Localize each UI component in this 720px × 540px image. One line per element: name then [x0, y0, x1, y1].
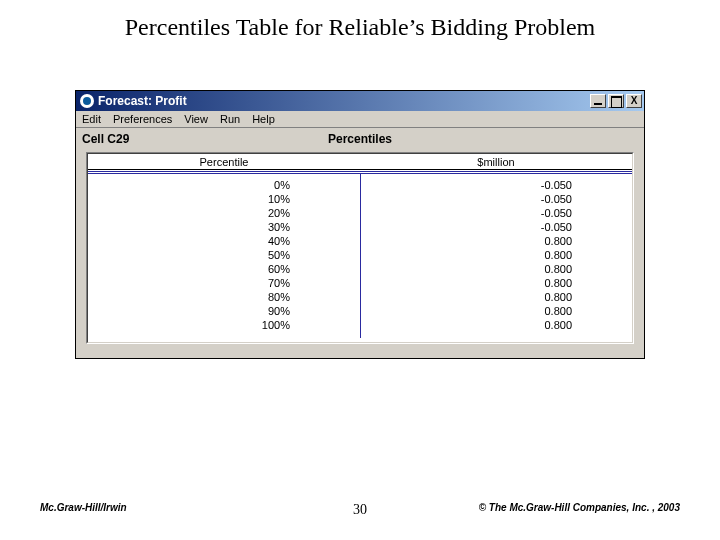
column-header-percentile: Percentile	[88, 156, 360, 168]
cell-value: -0.050	[360, 192, 632, 206]
table-header: Percentile $million	[88, 154, 632, 170]
window-title: Forecast: Profit	[98, 94, 590, 108]
table-title: Percentiles	[182, 132, 638, 146]
percentiles-table: Percentile $million 0%-0.05010%-0.05020%…	[86, 152, 634, 344]
cell-percentile: 10%	[88, 192, 360, 206]
cell-percentile: 90%	[88, 304, 360, 318]
footer-publisher: Mc.Graw-Hill/Irwin	[40, 502, 127, 513]
cell-percentile: 80%	[88, 290, 360, 304]
menu-edit[interactable]: Edit	[82, 113, 101, 125]
cell-percentile: 0%	[88, 178, 360, 192]
cell-value: 0.800	[360, 318, 632, 332]
cell-value: -0.050	[360, 178, 632, 192]
menubar: Edit Preferences View Run Help	[76, 111, 644, 128]
menu-help[interactable]: Help	[252, 113, 275, 125]
menu-view[interactable]: View	[184, 113, 208, 125]
close-button[interactable]: X	[626, 94, 642, 108]
cell-value: 0.800	[360, 276, 632, 290]
app-icon	[80, 94, 94, 108]
slide-title: Percentiles Table for Reliable’s Bidding…	[0, 14, 720, 41]
window-titlebar[interactable]: Forecast: Profit X	[76, 91, 644, 111]
window-controls: X	[590, 94, 642, 108]
table-body: 0%-0.05010%-0.05020%-0.05030%-0.05040%0.…	[88, 174, 632, 342]
cell-value: 0.800	[360, 248, 632, 262]
cell-value: 0.800	[360, 262, 632, 276]
cell-percentile: 100%	[88, 318, 360, 332]
maximize-button[interactable]	[608, 94, 624, 108]
header-row: Cell C29 Percentiles	[76, 128, 644, 148]
cell-percentile: 40%	[88, 234, 360, 248]
cell-percentile: 70%	[88, 276, 360, 290]
cell-value: -0.050	[360, 206, 632, 220]
footer-copyright: © The Mc.Graw-Hill Companies, Inc. , 200…	[479, 502, 680, 513]
menu-run[interactable]: Run	[220, 113, 240, 125]
slide-footer: Mc.Graw-Hill/Irwin 30 © The Mc.Graw-Hill…	[0, 502, 720, 518]
cell-percentile: 50%	[88, 248, 360, 262]
cell-percentile: 30%	[88, 220, 360, 234]
cell-reference: Cell C29	[82, 132, 182, 146]
cell-value: 0.800	[360, 304, 632, 318]
cell-percentile: 20%	[88, 206, 360, 220]
cell-value: -0.050	[360, 220, 632, 234]
column-header-value: $million	[360, 156, 632, 168]
cell-percentile: 60%	[88, 262, 360, 276]
forecast-window: Forecast: Profit X Edit Preferences View…	[75, 90, 645, 359]
minimize-button[interactable]	[590, 94, 606, 108]
menu-preferences[interactable]: Preferences	[113, 113, 172, 125]
cell-value: 0.800	[360, 290, 632, 304]
cell-value: 0.800	[360, 234, 632, 248]
vertical-divider	[360, 174, 361, 338]
